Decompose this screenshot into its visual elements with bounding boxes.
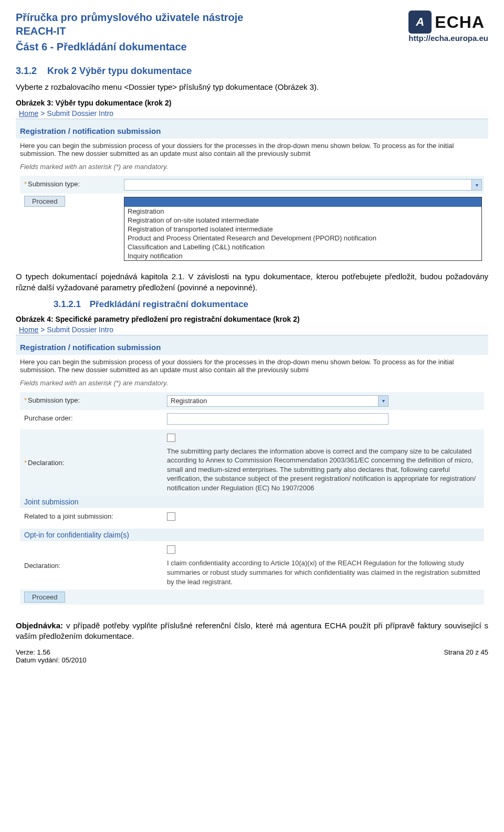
title-line2: REACH-IT [16, 24, 243, 38]
subsection-heading: 3.1.2.1 Předkládání registrační dokument… [54, 299, 488, 310]
label-purchase-order: Purchase order: [24, 414, 73, 422]
label-submission-type: Submission type: [28, 180, 80, 188]
title-block: Příručka pro průmyslového uživatele nást… [16, 10, 243, 61]
figure-4-label: Obrázek 4: Specifické parametry předlože… [16, 315, 488, 323]
dropdown-option-blank[interactable] [124, 197, 481, 207]
logo-text: ECHA [435, 13, 485, 32]
footer-version: Verze: 1.56 [16, 648, 86, 656]
section-title: Krok 2 Výběr typu dokumentace [47, 66, 192, 76]
form-row-submission-type: *Submission type: Registration ▾ [20, 392, 484, 410]
logo-badge-icon: A [408, 10, 432, 34]
mandatory-note: Fields marked with an asterisk (*) are m… [20, 379, 484, 387]
label-declaration: Declaration: [24, 562, 60, 570]
chevron-down-icon: ▾ [471, 180, 481, 190]
proceed-button[interactable]: Proceed [24, 196, 65, 207]
title-line1: Příručka pro průmyslového uživatele nást… [16, 10, 243, 24]
mandatory-note: Fields marked with an asterisk (*) are m… [20, 163, 484, 171]
dropdown-option[interactable]: Registration of on-site isolated interme… [124, 216, 481, 225]
required-asterisk-icon: * [24, 459, 27, 467]
form-row-declaration-2: Declaration: I claim confidentiality acc… [20, 541, 484, 589]
section-band-optin-confidentiality: Opt-in for confidentiality claim(s) [20, 529, 484, 541]
submission-type-select[interactable]: ▾ [124, 179, 482, 191]
confidentiality-checkbox[interactable] [167, 545, 175, 554]
chevron-down-icon: ▾ [378, 396, 388, 406]
form-row-related-joint: Related to a joint submission: [20, 508, 484, 529]
subsection-title: Předkládání registrační dokumentace [90, 299, 248, 309]
screenshot-figure-3: Home > Submit Dossier Intro Registration… [16, 108, 488, 264]
dropdown-option[interactable]: Classification and Labelling (C&L) notif… [124, 243, 481, 251]
subtitle: Část 6 - Předkládání dokumentace [16, 41, 243, 53]
submission-type-select[interactable]: Registration ▾ [167, 395, 388, 407]
dropdown-option[interactable]: Inquiry notification [124, 251, 481, 260]
panel-description: Here you can begin the submission proces… [20, 358, 484, 374]
declaration-checkbox[interactable] [167, 434, 175, 442]
subsection-number: 3.1.2.1 [54, 299, 87, 310]
purchase-order-input[interactable] [167, 413, 388, 425]
proceed-button[interactable]: Proceed [24, 592, 65, 603]
section-intro: Vyberte z rozbalovacího menu <Dossier ty… [16, 82, 488, 92]
form-row-declaration-1: *Declaration: The submitting party decla… [20, 429, 484, 496]
dropdown-option[interactable]: Registration [124, 207, 481, 216]
breadcrumb: Home > Submit Dossier Intro [16, 324, 488, 335]
page-header: Příručka pro průmyslového uživatele nást… [16, 10, 488, 61]
divider-bar [16, 119, 488, 123]
footer-date: Datum vydání: 05/2010 [16, 656, 86, 664]
section-number: 3.1.2 [16, 66, 37, 76]
declaration-text: The submitting party declares the inform… [167, 447, 482, 493]
echa-logo: A ECHA http://echa.europa.eu [408, 10, 488, 43]
breadcrumb-rest: > Submit Dossier Intro [38, 325, 113, 334]
dropdown-option[interactable]: Product and Process Orientated Research … [124, 234, 481, 243]
page-footer: Verze: 1.56 Datum vydání: 05/2010 Strana… [16, 648, 488, 664]
panel-heading: Registration / notification submission [16, 340, 488, 355]
bottom-text-rest: v případě potřeby vyplňte příslušné refe… [16, 621, 488, 640]
screenshot-figure-4: Home > Submit Dossier Intro Registration… [16, 324, 488, 605]
panel-description: Here you can begin the submission proces… [20, 142, 484, 157]
related-joint-checkbox[interactable] [167, 512, 175, 521]
breadcrumb-rest: > Submit Dossier Intro [38, 109, 113, 118]
footer-page: Strana 20 z 45 [444, 648, 488, 664]
dropdown-option[interactable]: Registration of transported isolated int… [124, 225, 481, 234]
confidentiality-text: I claim confidentiality according to Art… [167, 559, 482, 586]
required-asterisk-icon: * [24, 396, 27, 404]
form-row-submission-type: *Submission type: ▾ [20, 176, 484, 194]
breadcrumb-home-link[interactable]: Home [19, 109, 38, 118]
panel-heading: Registration / notification submission [16, 123, 488, 139]
form-row-purchase-order: Purchase order: [20, 410, 484, 429]
divider-bar [16, 335, 488, 340]
section-heading: 3.1.2 Krok 2 Výběr typu dokumentace [16, 66, 488, 77]
breadcrumb: Home > Submit Dossier Intro [16, 108, 488, 119]
label-submission-type: Submission type: [28, 396, 80, 404]
figure-3-label: Obrázek 3: Výběr typu dokumentace (krok … [16, 99, 488, 107]
label-declaration: Declaration: [28, 459, 64, 467]
mid-paragraph: O typech dokumentací pojednává kapitola … [16, 271, 488, 293]
section-band-joint-submission: Joint submission [20, 496, 484, 508]
label-related-joint: Related to a joint submission: [24, 512, 113, 520]
breadcrumb-home-link[interactable]: Home [19, 325, 38, 334]
submission-type-dropdown-list[interactable]: Registration Registration of on-site iso… [124, 197, 482, 261]
submission-type-value: Registration [167, 396, 378, 406]
logo-url: http://echa.europa.eu [408, 34, 488, 43]
required-asterisk-icon: * [24, 180, 27, 188]
bottom-paragraph: Objednávka: v případě potřeby vyplňte př… [16, 620, 488, 642]
